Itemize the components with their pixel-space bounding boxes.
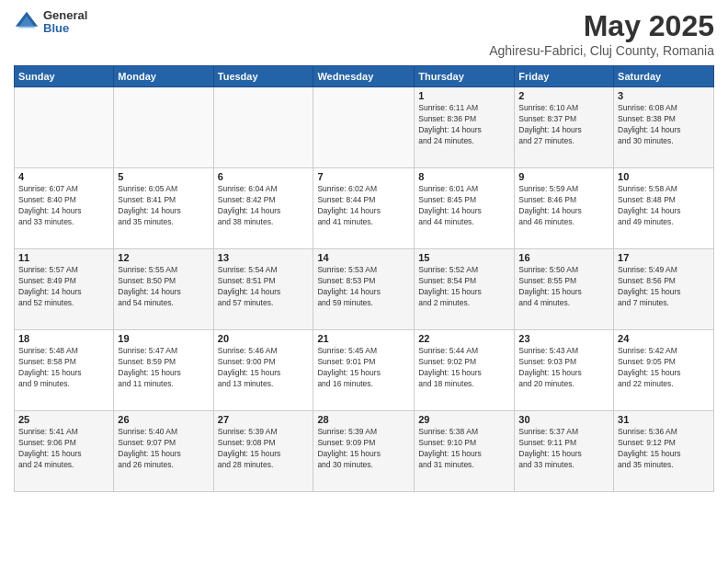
day-number: 10 [618,171,710,182]
day-info: Sunrise: 5:58 AM Sunset: 8:48 PM Dayligh… [618,184,710,228]
calendar-cell [15,87,114,168]
week-row-3: 11Sunrise: 5:57 AM Sunset: 8:49 PM Dayli… [15,249,714,330]
logo-text: General Blue [43,9,87,36]
calendar-cell: 15Sunrise: 5:52 AM Sunset: 8:54 PM Dayli… [415,249,515,330]
calendar-cell [313,87,415,168]
logo: General Blue [14,9,87,36]
calendar-cell: 17Sunrise: 5:49 AM Sunset: 8:56 PM Dayli… [614,249,714,330]
calendar-cell [114,87,213,168]
day-number: 16 [518,252,609,263]
day-info: Sunrise: 5:37 AM Sunset: 9:11 PM Dayligh… [518,427,609,471]
day-number: 29 [418,414,510,425]
day-info: Sunrise: 5:50 AM Sunset: 8:55 PM Dayligh… [518,265,609,309]
calendar-cell: 7Sunrise: 6:02 AM Sunset: 8:44 PM Daylig… [313,168,415,249]
logo-icon [14,9,40,35]
day-number: 28 [317,414,410,425]
calendar-cell: 30Sunrise: 5:37 AM Sunset: 9:11 PM Dayli… [515,411,614,492]
calendar-cell: 20Sunrise: 5:46 AM Sunset: 9:00 PM Dayli… [213,330,313,411]
day-info: Sunrise: 6:11 AM Sunset: 8:36 PM Dayligh… [418,103,510,147]
calendar-cell: 18Sunrise: 5:48 AM Sunset: 8:58 PM Dayli… [15,330,114,411]
week-row-2: 4Sunrise: 6:07 AM Sunset: 8:40 PM Daylig… [15,168,714,249]
day-info: Sunrise: 5:47 AM Sunset: 8:59 PM Dayligh… [118,346,209,390]
day-info: Sunrise: 6:05 AM Sunset: 8:41 PM Dayligh… [118,184,209,228]
day-number: 17 [618,252,710,263]
calendar-cell: 6Sunrise: 6:04 AM Sunset: 8:42 PM Daylig… [213,168,313,249]
day-info: Sunrise: 5:48 AM Sunset: 8:58 PM Dayligh… [18,346,109,390]
day-number: 6 [218,171,310,182]
calendar-cell: 29Sunrise: 5:38 AM Sunset: 9:10 PM Dayli… [415,411,515,492]
calendar-cell: 22Sunrise: 5:44 AM Sunset: 9:02 PM Dayli… [415,330,515,411]
calendar-cell: 19Sunrise: 5:47 AM Sunset: 8:59 PM Dayli… [114,330,213,411]
col-wednesday: Wednesday [313,66,415,87]
col-thursday: Thursday [415,66,515,87]
calendar-cell: 3Sunrise: 6:08 AM Sunset: 8:38 PM Daylig… [614,87,714,168]
day-info: Sunrise: 5:38 AM Sunset: 9:10 PM Dayligh… [418,427,510,471]
day-info: Sunrise: 5:53 AM Sunset: 8:53 PM Dayligh… [317,265,410,309]
calendar-cell [213,87,313,168]
calendar-cell: 13Sunrise: 5:54 AM Sunset: 8:51 PM Dayli… [213,249,313,330]
day-info: Sunrise: 5:44 AM Sunset: 9:02 PM Dayligh… [418,346,510,390]
page: General Blue May 2025 Aghiresu-Fabrici, … [0,0,728,563]
week-row-5: 25Sunrise: 5:41 AM Sunset: 9:06 PM Dayli… [15,411,714,492]
day-number: 5 [118,171,209,182]
week-row-4: 18Sunrise: 5:48 AM Sunset: 8:58 PM Dayli… [15,330,714,411]
calendar-cell: 31Sunrise: 5:36 AM Sunset: 9:12 PM Dayli… [614,411,714,492]
col-saturday: Saturday [614,66,714,87]
day-number: 15 [418,252,510,263]
day-number: 14 [317,252,410,263]
day-number: 2 [518,90,609,101]
col-sunday: Sunday [15,66,114,87]
calendar-cell: 26Sunrise: 5:40 AM Sunset: 9:07 PM Dayli… [114,411,213,492]
day-info: Sunrise: 5:39 AM Sunset: 9:08 PM Dayligh… [218,427,310,471]
calendar-cell: 24Sunrise: 5:42 AM Sunset: 9:05 PM Dayli… [614,330,714,411]
col-monday: Monday [114,66,213,87]
calendar-cell: 14Sunrise: 5:53 AM Sunset: 8:53 PM Dayli… [313,249,415,330]
day-number: 31 [618,414,710,425]
day-info: Sunrise: 5:54 AM Sunset: 8:51 PM Dayligh… [218,265,310,309]
day-number: 24 [618,333,710,344]
day-number: 26 [118,414,209,425]
day-number: 30 [518,414,609,425]
main-title: May 2025 [489,9,714,43]
calendar-cell: 27Sunrise: 5:39 AM Sunset: 9:08 PM Dayli… [213,411,313,492]
day-number: 9 [518,171,609,182]
day-info: Sunrise: 6:10 AM Sunset: 8:37 PM Dayligh… [518,103,609,147]
calendar-cell: 10Sunrise: 5:58 AM Sunset: 8:48 PM Dayli… [614,168,714,249]
calendar-cell: 4Sunrise: 6:07 AM Sunset: 8:40 PM Daylig… [15,168,114,249]
day-number: 4 [18,171,109,182]
col-tuesday: Tuesday [213,66,313,87]
day-number: 20 [218,333,310,344]
calendar-cell: 8Sunrise: 6:01 AM Sunset: 8:45 PM Daylig… [415,168,515,249]
day-info: Sunrise: 6:04 AM Sunset: 8:42 PM Dayligh… [218,184,310,228]
title-area: May 2025 Aghiresu-Fabrici, Cluj County, … [489,9,714,58]
day-info: Sunrise: 5:45 AM Sunset: 9:01 PM Dayligh… [317,346,410,390]
logo-general: General [43,9,87,22]
day-info: Sunrise: 5:57 AM Sunset: 8:49 PM Dayligh… [18,265,109,309]
calendar-cell: 21Sunrise: 5:45 AM Sunset: 9:01 PM Dayli… [313,330,415,411]
day-number: 12 [118,252,209,263]
day-info: Sunrise: 5:43 AM Sunset: 9:03 PM Dayligh… [518,346,609,390]
calendar-cell: 12Sunrise: 5:55 AM Sunset: 8:50 PM Dayli… [114,249,213,330]
day-number: 27 [218,414,310,425]
day-info: Sunrise: 5:59 AM Sunset: 8:46 PM Dayligh… [518,184,609,228]
calendar-cell: 23Sunrise: 5:43 AM Sunset: 9:03 PM Dayli… [515,330,614,411]
day-info: Sunrise: 5:49 AM Sunset: 8:56 PM Dayligh… [618,265,710,309]
day-number: 13 [218,252,310,263]
calendar-cell: 9Sunrise: 5:59 AM Sunset: 8:46 PM Daylig… [515,168,614,249]
day-info: Sunrise: 6:08 AM Sunset: 8:38 PM Dayligh… [618,103,710,147]
day-number: 22 [418,333,510,344]
day-info: Sunrise: 5:36 AM Sunset: 9:12 PM Dayligh… [618,427,710,471]
day-info: Sunrise: 5:41 AM Sunset: 9:06 PM Dayligh… [18,427,109,471]
header-row: Sunday Monday Tuesday Wednesday Thursday… [15,66,714,87]
day-number: 1 [418,90,510,101]
calendar-cell: 1Sunrise: 6:11 AM Sunset: 8:36 PM Daylig… [415,87,515,168]
day-number: 25 [18,414,109,425]
day-number: 21 [317,333,410,344]
calendar-cell: 25Sunrise: 5:41 AM Sunset: 9:06 PM Dayli… [15,411,114,492]
day-info: Sunrise: 5:40 AM Sunset: 9:07 PM Dayligh… [118,427,209,471]
day-number: 18 [18,333,109,344]
calendar-cell: 16Sunrise: 5:50 AM Sunset: 8:55 PM Dayli… [515,249,614,330]
day-info: Sunrise: 6:02 AM Sunset: 8:44 PM Dayligh… [317,184,410,228]
calendar-header: Sunday Monday Tuesday Wednesday Thursday… [15,66,714,87]
day-number: 19 [118,333,209,344]
